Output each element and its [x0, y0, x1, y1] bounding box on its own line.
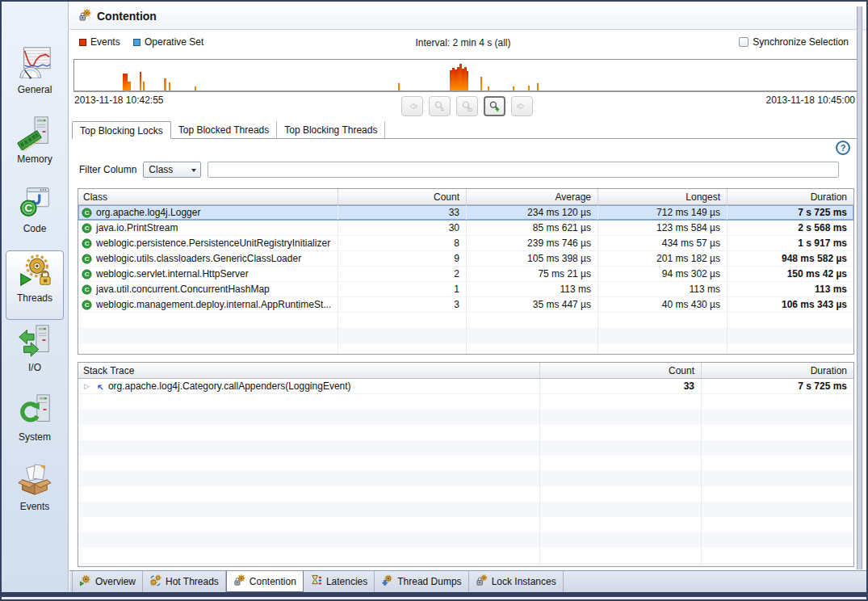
subtab-bar: Top Blocking Locks Top Blocked Threads T… — [72, 121, 862, 139]
svg-text:C: C — [24, 202, 32, 214]
svg-text:C: C — [85, 209, 90, 216]
timeline-event-bar — [398, 83, 400, 90]
tab-lock-instances[interactable]: Lock Instances — [469, 571, 564, 592]
page-header: Contention — [69, 3, 866, 30]
main-panel: Contention Events Operative Set Interval… — [69, 2, 866, 592]
tab-hot-threads-label: Hot Threads — [166, 576, 219, 587]
timeline-event-bar — [169, 82, 170, 90]
class-cell: Cjava.util.concurrent.ConcurrentHashMap — [78, 282, 338, 296]
locks-table-row[interactable]: Cweblogic.persistence.PersistenceUnitReg… — [78, 236, 853, 251]
locks-table-row[interactable]: Corg.apache.log4j.Logger33234 ms 120 µs7… — [78, 205, 853, 221]
column-header-duration[interactable]: Duration — [728, 189, 853, 204]
tab-hot-threads[interactable]: Hot Threads — [143, 571, 226, 592]
code-icon: C — [16, 183, 53, 221]
duration-cell: 106 ms 343 µs — [728, 297, 853, 312]
general-chart-gauge-icon — [16, 44, 53, 82]
sidebar-item-general[interactable]: General — [6, 42, 64, 111]
longest-cell: 712 ms 149 µs — [598, 205, 728, 220]
svg-text:C: C — [85, 271, 90, 278]
empty-table-row — [78, 343, 853, 355]
help-button[interactable]: ? — [836, 141, 850, 155]
column-header-count[interactable]: Count — [540, 363, 702, 378]
timeline-event-bar — [143, 82, 145, 90]
class-cell: Corg.apache.log4j.Logger — [78, 205, 338, 220]
empty-table-row — [78, 486, 853, 502]
tab-lock-instances-label: Lock Instances — [492, 576, 556, 587]
class-icon: C — [82, 208, 92, 218]
lock-instances-icon — [476, 574, 488, 589]
duration-cell: 7 s 725 ms — [728, 205, 853, 220]
top-blocking-locks-table: Class Count Average Longest Duration Cor… — [78, 188, 854, 355]
pan-right-button[interactable] — [511, 96, 533, 116]
empty-table-row — [78, 394, 853, 410]
sidebar-item-threads[interactable]: Threads — [6, 250, 64, 320]
average-cell: 75 ms 21 µs — [467, 267, 598, 281]
class-cell: Cweblogic.persistence.PersistenceUnitReg… — [78, 236, 338, 250]
tab-thread-dumps[interactable]: Thread Dumps — [375, 571, 468, 592]
locks-table-row[interactable]: Cjava.io.PrintStream3085 ms 621 µs123 ms… — [78, 221, 853, 236]
svg-text:C: C — [85, 240, 90, 247]
column-header-duration[interactable]: Duration — [702, 363, 853, 378]
longest-cell: 434 ms 57 µs — [598, 236, 728, 250]
timeline-event-bar — [513, 86, 514, 90]
empty-table-row — [78, 456, 853, 471]
overview-gear-icon — [79, 574, 91, 589]
timeline-chart[interactable] — [73, 59, 858, 92]
sidebar-item-io[interactable]: I/O — [6, 320, 64, 389]
zoom-fit-button[interactable] — [456, 96, 478, 116]
tab-top-blocking-locks[interactable]: Top Blocking Locks — [72, 121, 171, 139]
stack-table-header: Stack Trace Count Duration — [78, 363, 853, 379]
tab-overview[interactable]: Overview — [72, 571, 143, 592]
locks-table-row[interactable]: Cweblogic.utils.classloaders.GenericClas… — [78, 251, 853, 267]
bottom-tab-bar: Overview Hot Threads Contention Latencie… — [69, 570, 866, 592]
tab-latencies[interactable]: Latencies — [304, 571, 375, 592]
column-header-count[interactable]: Count — [338, 189, 467, 204]
jmc-window: General Memory — [0, 0, 868, 601]
filter-column-selected-value: Class — [149, 164, 173, 175]
zoom-out-button[interactable] — [429, 96, 451, 116]
sidebar-item-memory[interactable]: Memory — [6, 111, 64, 181]
class-icon: C — [82, 300, 92, 310]
empty-table-row — [78, 517, 853, 532]
filter-query-input[interactable] — [208, 162, 839, 178]
column-header-average[interactable]: Average — [467, 189, 598, 204]
tab-top-blocking-threads[interactable]: Top Blocking Threads — [277, 121, 385, 138]
locks-table-row[interactable]: Cjava.util.concurrent.ConcurrentHashMap1… — [78, 282, 853, 297]
sidebar-item-system[interactable]: System — [6, 389, 64, 459]
average-cell: 105 ms 398 µs — [467, 251, 598, 266]
column-header-longest[interactable]: Longest — [598, 189, 728, 204]
average-cell: 234 ms 120 µs — [467, 205, 598, 220]
locks-table-row[interactable]: Cweblogic.management.deploy.internal.App… — [78, 297, 853, 313]
tab-contention[interactable]: Contention — [226, 571, 304, 592]
synchronize-selection-label: Synchronize Selection — [753, 36, 849, 48]
vertical-scrollbar[interactable] — [857, 6, 862, 569]
svg-text:C: C — [85, 225, 90, 232]
longest-cell: 201 ms 182 µs — [598, 251, 728, 266]
sidebar-item-code[interactable]: C Code — [6, 181, 64, 250]
column-header-stack-trace[interactable]: Stack Trace — [78, 363, 540, 378]
tab-top-blocked-threads[interactable]: Top Blocked Threads — [171, 121, 278, 138]
count-cell: 8 — [338, 236, 467, 250]
timeline-end-time: 2013-11-18 10:45:00 — [765, 95, 855, 106]
locks-table-row[interactable]: Cweblogic.servlet.internal.HttpServer275… — [78, 267, 853, 282]
class-icon: C — [82, 284, 92, 295]
expand-arrow-icon[interactable]: ▷ — [82, 382, 91, 390]
class-icon: C — [82, 223, 92, 233]
sidebar-item-events[interactable]: Events — [6, 459, 64, 528]
empty-table-row — [78, 328, 853, 343]
column-header-class[interactable]: Class — [78, 189, 338, 204]
filter-column-select[interactable]: Class — [143, 162, 201, 178]
duration-cell: 113 ms — [728, 282, 853, 296]
timeline-event-bar — [195, 86, 196, 90]
zoom-in-button[interactable] — [484, 96, 505, 116]
stack-trace-row[interactable]: ▷org.apache.log4j.Category.callAppenders… — [78, 379, 853, 394]
count-cell: 33 — [338, 205, 467, 220]
chevron-down-icon — [191, 169, 196, 172]
tab-contention-label: Contention — [249, 576, 296, 587]
empty-table-row — [78, 563, 853, 567]
synchronize-selection-checkbox[interactable] — [739, 37, 748, 47]
tab-overview-label: Overview — [95, 576, 136, 587]
pan-left-button[interactable] — [401, 96, 423, 116]
count-cell: 1 — [338, 282, 467, 296]
class-cell: Cweblogic.servlet.internal.HttpServer — [78, 267, 338, 281]
